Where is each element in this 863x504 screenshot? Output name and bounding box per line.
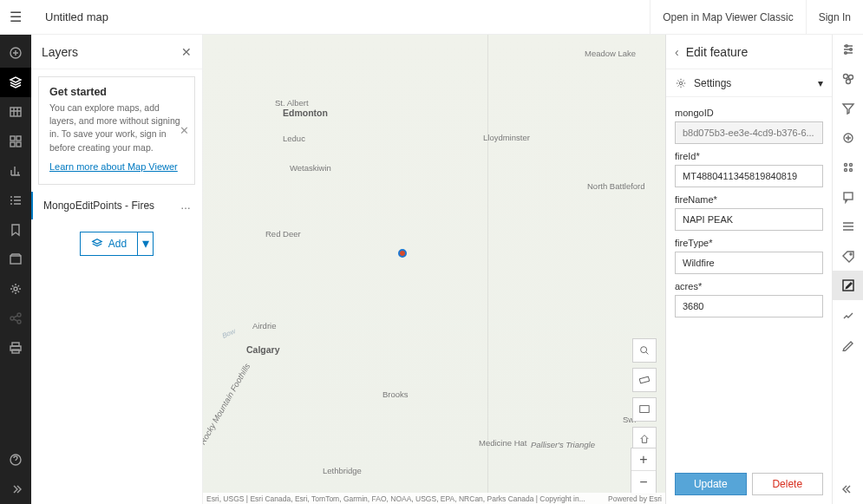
feature-point[interactable] [398, 249, 407, 258]
map-label: Lloydminster [483, 133, 530, 142]
edit-icon[interactable] [833, 271, 864, 300]
firename-field[interactable] [675, 208, 823, 231]
add-layer-button[interactable]: Add [81, 232, 137, 255]
svg-point-26 [844, 164, 847, 167]
share-icon[interactable] [0, 304, 31, 333]
svg-point-8 [10, 317, 14, 320]
map-border [487, 35, 488, 504]
map-label: Calgary [246, 344, 280, 355]
styles-icon[interactable] [833, 64, 864, 94]
svg-point-28 [844, 169, 847, 172]
zoom-in-button[interactable]: + [631, 448, 656, 471]
basemap-icon[interactable] [0, 127, 31, 156]
svg-rect-1 [10, 108, 21, 116]
mongoid-field [675, 121, 823, 144]
bookmark-icon[interactable] [0, 215, 31, 245]
card-title: Get started [49, 86, 184, 98]
map-label: Meadow Lake [585, 49, 636, 58]
map-label: Airdrie [252, 321, 276, 331]
left-nav-rail [0, 35, 31, 504]
right-nav-rail [832, 35, 863, 504]
map-label: Red Deer [265, 229, 301, 239]
get-started-card: Get started You can explore maps, add la… [38, 76, 195, 185]
sign-in-link[interactable]: Sign In [806, 0, 863, 35]
map-attribution: Esri, USGS | Esri Canada, Esri, TomTom, … [203, 493, 665, 504]
help-icon[interactable] [0, 445, 31, 475]
labels-icon[interactable] [833, 241, 864, 271]
popup-icon[interactable] [833, 182, 864, 212]
add-dropdown-button[interactable]: ▾ [137, 232, 153, 255]
sliders-icon[interactable] [833, 35, 864, 64]
properties-icon[interactable] [0, 274, 31, 304]
save-icon[interactable] [0, 245, 31, 274]
menu-icon[interactable]: ☰ [0, 9, 31, 25]
close-icon[interactable]: ✕ [181, 45, 192, 59]
svg-rect-17 [640, 406, 650, 413]
mongoid-label: mongoID [675, 108, 823, 118]
filter-icon[interactable] [833, 94, 864, 123]
layers-plus-icon [91, 238, 103, 250]
zoom-out-button[interactable]: − [631, 471, 656, 494]
fireid-field[interactable] [675, 165, 823, 187]
svg-point-24 [846, 80, 850, 84]
map-label: Palliser's Triangle [531, 440, 595, 449]
svg-point-23 [848, 75, 853, 80]
svg-point-9 [17, 313, 21, 317]
fullscreen-icon[interactable] [632, 397, 657, 422]
learn-more-link[interactable]: Learn more about Map Viewer [49, 161, 178, 172]
search-tool-icon[interactable] [632, 338, 657, 363]
map-label: Edmonton [283, 108, 328, 118]
effects-icon[interactable] [833, 123, 864, 153]
svg-point-22 [843, 75, 847, 79]
layer-item[interactable]: MongoEditPoints - Fires … [31, 192, 202, 219]
map-label: Wetaskiwin [290, 163, 331, 173]
delete-button[interactable]: Delete [752, 473, 824, 495]
analysis-icon[interactable] [833, 300, 864, 330]
map-label: Brooks [382, 389, 409, 399]
legend-icon[interactable] [0, 186, 31, 215]
chevron-down-icon: ▾ [818, 77, 823, 89]
collapse-right-icon[interactable] [833, 475, 864, 504]
map-canvas[interactable]: Meadow Lake St. Albert Edmonton Leduc We… [203, 35, 665, 504]
measure-tool-icon[interactable] [632, 368, 657, 392]
svg-rect-4 [10, 142, 15, 147]
charts-icon[interactable] [0, 156, 31, 186]
card-body: You can explore maps, add layers, and mo… [49, 101, 184, 154]
layer-more-icon[interactable]: … [180, 200, 192, 212]
aggregation-icon[interactable] [833, 153, 864, 182]
svg-point-31 [850, 253, 852, 255]
acres-field[interactable] [675, 295, 823, 317]
fields-icon[interactable] [833, 212, 864, 241]
map-label: Leduc [283, 134, 305, 143]
dismiss-card-icon[interactable]: ✕ [180, 124, 189, 137]
svg-rect-3 [16, 136, 21, 141]
svg-point-27 [849, 164, 852, 167]
svg-rect-5 [16, 142, 21, 147]
back-icon[interactable]: ‹ [675, 45, 679, 59]
svg-rect-13 [12, 350, 19, 353]
sketch-icon[interactable] [833, 330, 864, 359]
panel-title: Layers [42, 45, 78, 59]
settings-toggle[interactable]: Settings ▾ [666, 69, 832, 97]
open-classic-link[interactable]: Open in Map Viewer Classic [650, 0, 806, 35]
map-label: Rocky Mountain Foothills [203, 362, 252, 446]
river-label: Bow [221, 327, 237, 340]
svg-rect-30 [844, 193, 853, 200]
tables-icon[interactable] [0, 97, 31, 127]
layers-panel: Layers ✕ Get started You can explore map… [31, 35, 203, 504]
svg-point-15 [641, 347, 647, 353]
update-button[interactable]: Update [675, 473, 747, 495]
acres-label: acres* [675, 281, 823, 291]
firetype-field[interactable] [675, 252, 823, 274]
print-icon[interactable] [0, 333, 31, 363]
edit-title: Edit feature [686, 45, 749, 59]
svg-point-10 [17, 320, 21, 324]
collapse-icon[interactable] [0, 475, 31, 504]
map-label: North Battleford [587, 181, 645, 191]
edit-feature-panel: ‹ Edit feature Settings ▾ mongoID fireId… [665, 35, 832, 504]
firename-label: fireName* [675, 194, 823, 205]
layers-icon[interactable] [0, 68, 31, 97]
svg-point-7 [14, 287, 17, 291]
add-icon[interactable] [0, 38, 31, 68]
svg-point-29 [849, 169, 852, 172]
